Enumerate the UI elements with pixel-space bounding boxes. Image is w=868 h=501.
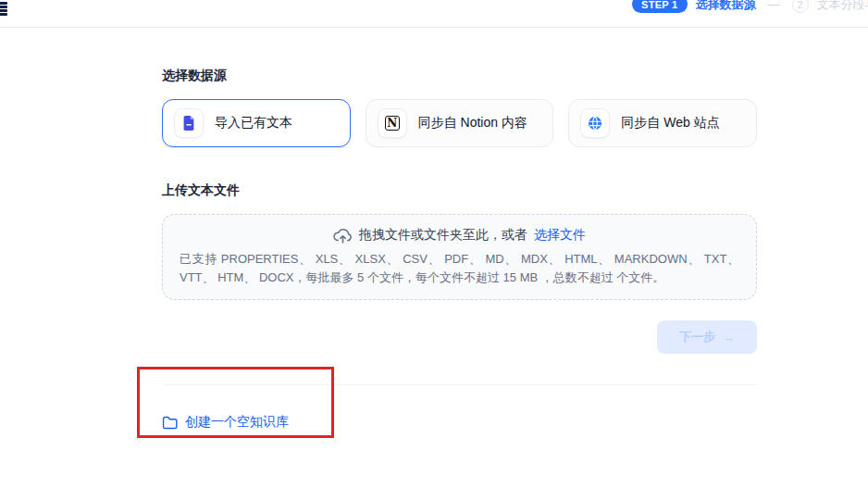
datasource-card-import-text[interactable]: 导入已有文本: [162, 99, 351, 147]
datasource-card-web[interactable]: 同步自 Web 站点: [568, 99, 757, 147]
step2-number-badge: 2: [792, 0, 809, 13]
upload-section-title: 上传文本文件: [162, 182, 757, 199]
main-content: 选择数据源 导入已有文本 N 同步自 Notion 内容: [162, 28, 757, 433]
datasource-section-title: 选择数据源: [162, 68, 757, 84]
step2-label: 文本分段与清洗: [817, 0, 868, 13]
datasource-card-label: 同步自 Web 站点: [621, 115, 719, 132]
folder-icon: [162, 416, 178, 430]
supported-files-hint: 已支持 PROPERTIES、 XLS、 XLSX、 CSV、 PDF、 MD、…: [180, 250, 739, 286]
step-indicator: STEP 1 选择数据源 — 2 文本分段与清洗: [632, 0, 868, 13]
create-empty-kb-label: 创建一个空知识库: [185, 414, 289, 431]
next-step-label: 下一步: [679, 329, 715, 345]
browse-files-link[interactable]: 选择文件: [534, 227, 586, 244]
datasource-card-label: 同步自 Notion 内容: [418, 115, 527, 132]
create-empty-kb-link[interactable]: 创建一个空知识库: [162, 414, 289, 431]
upload-cloud-icon: [333, 228, 353, 244]
datasource-card-label: 导入已有文本: [215, 115, 292, 132]
notion-icon: N: [378, 108, 407, 138]
datasource-card-notion[interactable]: N 同步自 Notion 内容: [366, 99, 554, 147]
file-text-icon: [174, 108, 204, 138]
globe-icon: [580, 108, 610, 138]
menu-icon[interactable]: [0, 2, 7, 16]
step-separator: —: [764, 0, 784, 11]
next-step-button[interactable]: 下一步 →: [657, 320, 757, 354]
datasource-options: 导入已有文本 N 同步自 Notion 内容 同步自 Web 站点: [162, 99, 757, 147]
arrow-right-icon: →: [723, 331, 735, 344]
dropzone-text: 拖拽文件或文件夹至此，或者: [359, 227, 527, 244]
file-dropzone[interactable]: 拖拽文件或文件夹至此，或者 选择文件 已支持 PROPERTIES、 XLS、 …: [162, 214, 757, 300]
section-divider: [162, 384, 757, 385]
top-bar: STEP 1 选择数据源 — 2 文本分段与清洗: [0, 0, 868, 28]
step1-label: 选择数据源: [696, 0, 756, 13]
step1-badge: STEP 1: [632, 0, 688, 13]
